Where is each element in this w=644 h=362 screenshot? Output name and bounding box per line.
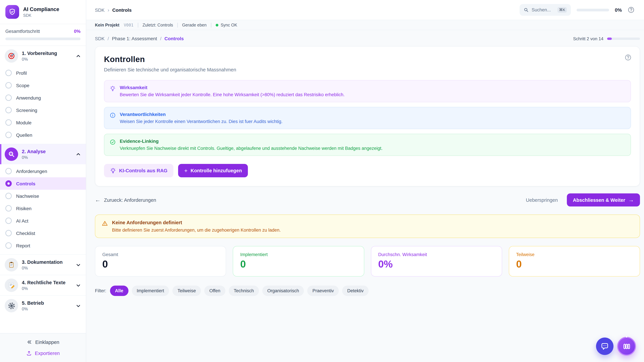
stat-label: Implementiert <box>240 252 357 257</box>
info-box-title: Evidence-Linking <box>120 138 382 144</box>
page-title: Kontrollen <box>104 55 631 64</box>
chevron-right-icon: › <box>108 7 109 13</box>
back-button[interactable]: ← Zurueck: Anforderungen <box>95 197 156 203</box>
page-crumb-phase-1-assessment[interactable]: Phase 1: Assessment <box>112 36 157 41</box>
sidebar-section-header-1[interactable]: 1. Vorbereitung 0% <box>0 46 86 66</box>
help-icon[interactable] <box>628 6 634 13</box>
project-version: V001 <box>124 23 134 27</box>
main-area: SDK › Controls Suchen... ⌘K 0% Kein Proj… <box>86 0 644 362</box>
breadcrumb-root[interactable]: SDK <box>95 7 105 12</box>
search-input[interactable]: Suchen... ⌘K <box>520 4 571 16</box>
sidebar-section-3-dokumentation: 3. Dokumentation 0% <box>0 254 86 275</box>
columns-icon <box>622 342 631 351</box>
arrow-right-icon: → <box>628 197 634 203</box>
stat-value: 0 <box>516 258 633 270</box>
radio-circle <box>5 94 12 101</box>
sync-ok-dot <box>216 24 218 26</box>
board-view-button[interactable] <box>617 337 636 356</box>
warning-text: Bitte definieren Sie zuerst Anforderunge… <box>112 228 281 233</box>
export-button[interactable]: Exportieren <box>5 350 80 356</box>
warning-banner: Keine Anforderungen definiert Bitte defi… <box>95 215 640 238</box>
sidebar-header: AI Compliance SDK <box>0 0 86 24</box>
filter-chip-alle[interactable]: Alle <box>110 286 128 296</box>
stat-value: 0% <box>378 258 495 270</box>
radio-circle <box>5 168 12 174</box>
memo-icon <box>8 282 15 289</box>
filter-chip-technisch[interactable]: Technisch <box>229 286 259 296</box>
finish-next-button[interactable]: Abschliessen & Weiter → <box>567 193 640 206</box>
sidebar-item-checklist[interactable]: Checklist <box>0 227 86 239</box>
clipboard-icon <box>8 261 15 269</box>
filter-chip-detektiv[interactable]: Detektiv <box>342 286 369 296</box>
filter-bar: Filter: AlleImplementiertTeilweiseOffenT… <box>95 286 640 296</box>
radio-circle <box>5 230 12 236</box>
topbar-breadcrumb: SDK › Controls <box>95 7 132 13</box>
filter-chip-offen[interactable]: Offen <box>204 286 226 296</box>
page-breadcrumb: SDK/Phase 1: Assessment/Controls <box>95 36 184 41</box>
stat-card-teilweise: Teilweise 0 <box>509 246 640 277</box>
radio-circle <box>5 132 12 138</box>
sidebar-item-anforderungen[interactable]: Anforderungen <box>0 165 86 177</box>
status-bar: Kein Projekt V001 Zuletzt: Controls Gera… <box>86 20 644 30</box>
target-icon <box>8 52 16 60</box>
overall-progress-value: 0% <box>74 29 80 34</box>
skip-button[interactable]: Ueberspringen <box>526 197 558 203</box>
page-crumb-controls: Controls <box>164 36 184 41</box>
info-box-title: Wirksamkeit <box>120 85 345 90</box>
info-box-text: Verknuepfen Sie Nachweise direkt mit Con… <box>120 146 382 151</box>
step-label: Schritt 2 von 14 <box>573 36 604 41</box>
page-subtitle: Definieren Sie technische und organisato… <box>104 67 631 72</box>
collapse-sidebar-button[interactable]: Einklappen <box>5 339 80 345</box>
stat-card-implementiert: Implementiert 0 <box>233 246 364 277</box>
sidebar-item-module[interactable]: Module <box>0 116 86 129</box>
controls-card: Kontrollen Definieren Sie technische und… <box>95 46 640 186</box>
filter-label: Filter: <box>95 288 106 293</box>
collapse-label: Einklappen <box>35 339 59 345</box>
ai-controls-button[interactable]: KI-Controls aus RAG <box>104 164 174 177</box>
chat-button[interactable] <box>596 338 614 355</box>
check-circle-icon <box>110 139 116 151</box>
card-help-icon[interactable] <box>624 54 632 61</box>
upload-icon <box>26 350 32 356</box>
lightbulb-icon <box>110 168 116 174</box>
page-crumb-sdk[interactable]: SDK <box>95 36 105 41</box>
magnifier-color-icon <box>8 150 15 158</box>
radio-circle <box>5 107 12 113</box>
breadcrumb-separator: / <box>108 36 109 41</box>
chevron-up-icon <box>76 151 81 157</box>
filter-chip-praeventiv[interactable]: Praeventiv <box>308 286 339 296</box>
sidebar-item-quellen[interactable]: Quellen <box>0 129 86 141</box>
add-control-button[interactable]: + Kontrolle hinzufuegen <box>178 164 248 177</box>
filter-chip-organisatorisch[interactable]: Organisatorisch <box>262 286 304 296</box>
warning-title: Keine Anforderungen definiert <box>112 220 281 225</box>
filter-chip-teilweise[interactable]: Teilweise <box>172 286 201 296</box>
sidebar-section-header-4[interactable]: 4. Rechtliche Texte 0% <box>0 275 86 295</box>
sidebar-item-ai-act[interactable]: AI Act <box>0 215 86 227</box>
sidebar-item-scope[interactable]: Scope <box>0 79 86 91</box>
sync-label: Sync OK <box>221 23 237 27</box>
sidebar-item-controls[interactable]: Controls <box>0 177 86 190</box>
stats-row: Gesamt 0 Implementiert 0 Durchschn. Wirk… <box>95 246 640 277</box>
topbar-progress-bar <box>576 8 609 11</box>
lightbulb-icon <box>110 85 116 97</box>
chevrons-left-icon <box>26 339 32 345</box>
sidebar-item-anwendung[interactable]: Anwendung <box>0 91 86 104</box>
radio-circle <box>5 82 12 88</box>
sidebar-item-nachweise[interactable]: Nachweise <box>0 190 86 202</box>
info-box-text: Weisen Sie jeder Kontrolle einen Verantw… <box>120 119 282 124</box>
sidebar-section-4-rechtliche-texte: 4. Rechtliche Texte 0% <box>0 275 86 295</box>
last-step-label: Zuletzt: Controls <box>142 23 173 27</box>
sidebar-section-header-5[interactable]: 5. Betrieb 0% <box>0 296 86 316</box>
sidebar-item-risiken[interactable]: Risiken <box>0 202 86 215</box>
sidebar-item-report[interactable]: Report <box>0 239 86 252</box>
sidebar-item-profil[interactable]: Profil <box>0 67 86 79</box>
overall-progress-label: Gesamtfortschritt <box>5 29 40 34</box>
breadcrumb-separator: / <box>160 36 162 41</box>
filter-chip-implementiert[interactable]: Implementiert <box>132 286 169 296</box>
sidebar-item-screening[interactable]: Screening <box>0 104 86 116</box>
info-circle-icon <box>110 112 116 124</box>
sidebar-section-header-3[interactable]: 3. Dokumentation 0% <box>0 255 86 275</box>
add-control-label: Kontrolle hinzufuegen <box>190 168 242 173</box>
last-saved-time: Gerade eben <box>182 23 206 27</box>
sidebar-section-header-2[interactable]: 2. Analyse 0% <box>0 144 86 164</box>
